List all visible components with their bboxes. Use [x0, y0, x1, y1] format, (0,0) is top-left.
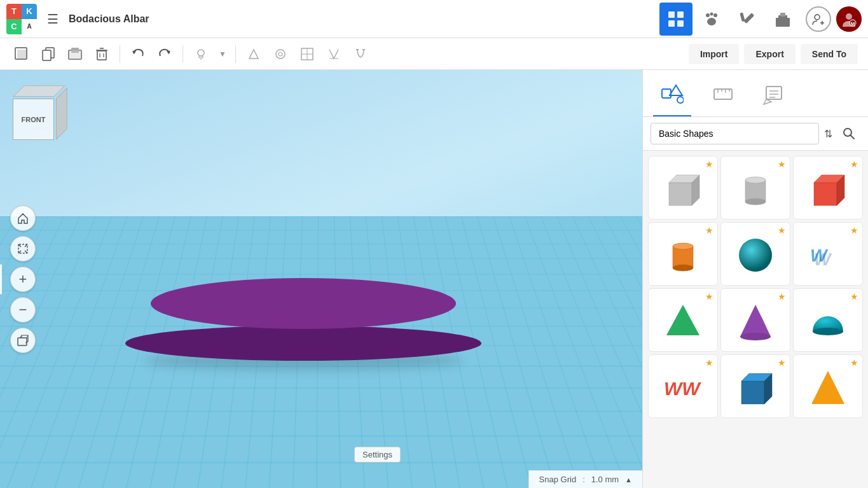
svg-rect-1: [677, 11, 684, 18]
tinkercad-logo[interactable]: T K C A: [6, 4, 37, 34]
shape-visual-box: [661, 167, 705, 211]
copy-workplane-button[interactable]: [10, 43, 33, 66]
svg-rect-32: [199, 56, 203, 58]
shape-visual-red-text: WW: [661, 365, 705, 410]
shape-category-selector: Basic Shapes Letters Math Animals ⇅: [643, 117, 868, 151]
star-icon-red-cube[interactable]: ★: [850, 159, 858, 169]
svg-rect-43: [18, 338, 27, 345]
svg-point-78: [740, 333, 771, 340]
circle-tool-button[interactable]: [269, 43, 292, 66]
star-icon-orange-cylinder[interactable]: ★: [705, 225, 713, 235]
shape-visual-cylinder: [733, 167, 778, 211]
shape-item-sphere[interactable]: ★: [720, 222, 790, 286]
fit-view-button[interactable]: [10, 236, 36, 261]
user-avatar[interactable]: M: [836, 6, 862, 32]
star-icon-text-3d[interactable]: ★: [850, 225, 858, 235]
shape-item-pyramid[interactable]: ★: [648, 288, 718, 352]
svg-rect-2: [668, 20, 675, 27]
tab-notes[interactable]: [755, 78, 793, 116]
light-button[interactable]: [189, 43, 212, 66]
svg-rect-8: [743, 13, 754, 24]
star-icon-sphere[interactable]: ★: [778, 225, 786, 235]
svg-text:W: W: [814, 249, 832, 269]
dropdown-arrows-icon[interactable]: ⇅: [824, 128, 832, 140]
nav-tools-icon[interactable]: [731, 3, 764, 36]
shape-item-blue-box[interactable]: ★: [720, 354, 790, 418]
star-icon-cylinder[interactable]: ★: [778, 159, 786, 169]
svg-point-31: [198, 50, 204, 56]
svg-text:M: M: [851, 21, 855, 27]
svg-marker-76: [740, 305, 771, 337]
shape-item-box[interactable]: ★: [648, 156, 718, 220]
shape-item-cone[interactable]: ★: [720, 288, 790, 352]
shape-item-dome[interactable]: ★: [793, 288, 863, 352]
toolbar-separator-2: [183, 45, 183, 63]
star-icon-box[interactable]: ★: [705, 159, 713, 169]
send-to-button[interactable]: Send To: [801, 44, 858, 64]
delete-button[interactable]: [90, 43, 113, 66]
svg-text:WW: WW: [664, 378, 701, 399]
export-button[interactable]: Export: [744, 44, 795, 64]
light-dropdown-button[interactable]: ▼: [216, 43, 229, 66]
svg-point-5: [710, 12, 713, 15]
viewport-controls: + −: [10, 206, 36, 353]
zoom-in-button[interactable]: +: [10, 267, 36, 292]
star-icon-red-text[interactable]: ★: [705, 358, 713, 368]
cube-front-face: FRONT: [13, 99, 54, 140]
svg-point-35: [279, 52, 282, 56]
toolbar-separator-1: [120, 45, 120, 63]
star-icon-dome[interactable]: ★: [850, 291, 858, 302]
copy-button[interactable]: [37, 43, 60, 66]
orientation-cube[interactable]: FRONT: [13, 83, 70, 140]
star-icon-cone[interactable]: ★: [778, 291, 786, 302]
shape-item-yellow-pyramid[interactable]: ★: [793, 354, 863, 418]
shapes-grid: ★ ★: [643, 151, 868, 488]
star-icon-yellow-pyramid[interactable]: ★: [850, 358, 858, 368]
shape-visual-dome: [806, 299, 850, 344]
ruler-tab-icon: [712, 83, 734, 110]
mirror-tool-button[interactable]: [322, 43, 345, 66]
tab-shapes[interactable]: [653, 78, 691, 116]
shape-item-red-cube[interactable]: ★: [793, 156, 863, 220]
shape-item-red-text[interactable]: ★ WW: [648, 354, 718, 418]
nav-paw-icon[interactable]: [695, 3, 728, 36]
nav-grid-icon[interactable]: [659, 3, 692, 36]
disc-top: [151, 278, 456, 329]
shape-tool-button[interactable]: [242, 43, 265, 66]
grid-tool-button[interactable]: [296, 43, 319, 66]
project-name[interactable]: Bodacious Albar: [69, 13, 653, 25]
magnet-tool-button[interactable]: [349, 43, 372, 66]
tab-ruler[interactable]: [704, 78, 742, 116]
nav-blocks-icon[interactable]: [766, 3, 799, 36]
search-shapes-button[interactable]: [837, 122, 860, 145]
3d-object-disc[interactable]: [125, 278, 481, 361]
menu-icon[interactable]: ☰: [43, 8, 62, 31]
star-icon-pyramid[interactable]: ★: [705, 291, 713, 302]
snap-grid-value: 1.0 mm: [591, 475, 619, 484]
svg-rect-46: [662, 89, 671, 98]
shape-category-dropdown[interactable]: Basic Shapes Letters Math Animals: [651, 123, 819, 144]
logo-cell-a: A: [22, 19, 37, 34]
import-button[interactable]: Import: [689, 44, 740, 64]
top-nav-icons: [659, 3, 799, 36]
shape-visual-red-cube: [806, 167, 850, 211]
redo-button[interactable]: [153, 43, 176, 66]
shape-item-orange-cylinder[interactable]: ★: [648, 222, 718, 286]
star-icon-blue-box[interactable]: ★: [778, 358, 786, 368]
home-view-button[interactable]: [10, 206, 36, 231]
notes-tab-icon: [762, 83, 785, 110]
zoom-out-button[interactable]: −: [10, 297, 36, 323]
add-user-button[interactable]: [806, 6, 831, 32]
svg-rect-25: [69, 50, 81, 59]
shape-item-cylinder[interactable]: ★: [720, 156, 790, 220]
perspective-button[interactable]: [10, 328, 36, 353]
undo-button[interactable]: [127, 43, 149, 66]
snap-grid-arrows[interactable]: ▲: [625, 476, 632, 484]
3d-viewport[interactable]: FRONT + −: [0, 70, 642, 488]
cube-top-face: [13, 85, 65, 97]
shape-item-text-3d[interactable]: ★ W W: [793, 222, 863, 286]
sidebar-toggle-button[interactable]: ›: [0, 264, 2, 295]
group-button[interactable]: [64, 43, 86, 66]
settings-button[interactable]: Settings: [354, 447, 401, 463]
svg-rect-65: [814, 183, 837, 206]
